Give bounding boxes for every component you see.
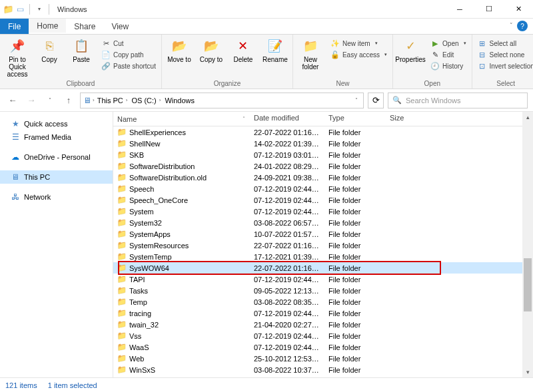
paste-shortcut-button[interactable]: 🔗Paste shortcut — [99, 61, 159, 71]
easy-access-button[interactable]: 🔓Easy access▾ — [328, 49, 390, 60]
pin-to-quick-access-button[interactable]: 📌 Pin to Quick access — [3, 36, 32, 78]
scroll-thumb[interactable] — [524, 258, 532, 311]
file-row[interactable]: 📁Speech07-12-2019 02:44 PMFile folder — [113, 183, 533, 194]
cut-button[interactable]: ✂Cut — [99, 38, 159, 49]
file-date: 24-09-2021 09:38 PM — [250, 174, 324, 182]
nav-onedrive[interactable]: ☁OneDrive - Personal — [0, 150, 113, 164]
properties-button[interactable]: ✓Properties — [396, 36, 425, 63]
nav-framed-media[interactable]: ☰Framed Media — [0, 130, 113, 144]
file-row[interactable]: ▣bfsvc.exe17-11-2021 10:06 PMApplication… — [113, 375, 533, 377]
file-row[interactable]: 📁SKB07-12-2019 03:01 PMFile folder — [113, 149, 533, 160]
recent-locations-button[interactable]: ˅ — [43, 93, 57, 108]
scroll-up-icon[interactable]: ▴ — [522, 112, 533, 122]
nav-this-pc[interactable]: 🖥This PC — [0, 170, 113, 184]
file-row[interactable]: 📁SystemTemp17-12-2021 01:39 PMFile folde… — [113, 251, 533, 262]
search-box[interactable]: 🔍 Search Windows — [388, 93, 528, 108]
folder-icon: 📁 — [117, 365, 127, 375]
file-name: Speech — [129, 185, 154, 193]
nav-quick-access[interactable]: ★Quick access — [0, 117, 113, 130]
file-row[interactable]: 📁SystemApps10-07-2022 01:57 PMFile folde… — [113, 228, 533, 240]
file-row[interactable]: 📁SoftwareDistribution24-01-2022 08:29 PM… — [113, 160, 533, 172]
copy-button[interactable]: ⎘ Copy — [35, 36, 64, 63]
file-date: 07-12-2019 02:44 PM — [250, 208, 324, 216]
tab-view[interactable]: View — [103, 19, 137, 34]
column-header: Name˄ Date modified Type Size — [113, 112, 533, 126]
ribbon-group-open: ✓Properties ▶Open▾ ✎Edit 🕘History Open — [393, 35, 472, 89]
edit-button[interactable]: ✎Edit — [428, 49, 468, 60]
breadcrumb[interactable]: 🖥 › This PC› OS (C:)› Windows ˅ — [80, 93, 364, 108]
file-row[interactable]: 📁ShellExperiences22-07-2022 01:16 PMFile… — [113, 126, 533, 138]
file-row[interactable]: 📁Web25-10-2012 12:53 AMFile folder — [113, 353, 533, 364]
file-date: 07-12-2019 03:01 PM — [250, 151, 324, 159]
back-button[interactable]: ← — [5, 93, 20, 108]
col-type[interactable]: Type — [324, 112, 386, 126]
paste-button[interactable]: 📋 Paste — [67, 36, 96, 63]
file-row[interactable]: 📁TAPI07-12-2019 02:44 PMFile folder — [113, 274, 533, 285]
tab-share[interactable]: Share — [66, 19, 103, 34]
folder-icon: 📁 — [117, 275, 127, 284]
invert-selection-button[interactable]: ⊡Invert selection — [475, 61, 533, 71]
scroll-down-icon[interactable]: ▾ — [522, 367, 533, 377]
help-icon[interactable]: ? — [517, 21, 528, 31]
file-row[interactable]: 📁twain_3221-04-2020 02:27 AMFile folder — [113, 319, 533, 330]
minimize-button[interactable]: ─ — [445, 0, 474, 19]
maximize-button[interactable]: ☐ — [474, 0, 504, 19]
col-size[interactable]: Size — [386, 112, 439, 126]
folder-icon: 📁 — [117, 162, 127, 171]
forward-button[interactable]: → — [24, 93, 39, 108]
delete-button[interactable]: ✕Delete — [229, 36, 258, 63]
ribbon-collapse-icon[interactable]: ˅ — [510, 22, 513, 29]
file-name: SoftwareDistribution.old — [129, 174, 207, 182]
col-name[interactable]: Name˄ — [113, 112, 250, 126]
file-row[interactable]: 📁WinSxS03-08-2022 10:37 AMFile folder — [113, 364, 533, 375]
breadcrumb-seg-0[interactable]: This PC› — [96, 97, 129, 104]
tab-home[interactable]: Home — [29, 19, 66, 34]
file-type: File folder — [324, 242, 386, 250]
file-row[interactable]: 📁Tasks09-05-2022 12:13 PMFile folder — [113, 285, 533, 296]
paste-shortcut-icon: 🔗 — [101, 61, 111, 71]
qat-properties-icon[interactable]: ▭ — [15, 4, 25, 15]
breadcrumb-seg-1[interactable]: OS (C:)› — [130, 97, 162, 104]
file-date: 17-12-2021 01:39 PM — [250, 253, 324, 261]
new-item-button[interactable]: ✨New item▾ — [328, 38, 390, 49]
file-row[interactable]: 📁SoftwareDistribution.old24-09-2021 09:3… — [113, 172, 533, 183]
nav-network[interactable]: 🖧Network — [0, 190, 113, 204]
folder-icon: 📁 — [117, 139, 127, 148]
breadcrumb-seg-2[interactable]: Windows — [163, 97, 196, 104]
up-button[interactable]: ↑ — [61, 93, 76, 108]
search-icon: 🔍 — [392, 96, 402, 104]
copy-to-button[interactable]: 📂Copy to — [197, 36, 226, 63]
file-row[interactable]: 📁tracing07-12-2019 02:44 PMFile folder — [113, 307, 533, 319]
file-date: 09-05-2022 12:13 PM — [250, 287, 324, 295]
file-row[interactable]: 📁Vss07-12-2019 02:44 PMFile folder — [113, 330, 533, 341]
history-button[interactable]: 🕘History — [428, 61, 468, 71]
tab-file[interactable]: File — [0, 19, 29, 34]
file-row[interactable]: 📁Speech_OneCore07-12-2019 02:44 PMFile f… — [113, 194, 533, 206]
move-to-button[interactable]: 📂Move to — [165, 36, 194, 63]
file-name: ShellExperiences — [129, 128, 186, 136]
folder-icon: 📁 — [117, 207, 127, 216]
refresh-button[interactable]: ⟳ — [368, 93, 384, 108]
close-button[interactable]: ✕ — [504, 0, 533, 19]
rename-button[interactable]: 📝Rename — [261, 36, 290, 63]
open-button[interactable]: ▶Open▾ — [428, 38, 468, 49]
select-none-button[interactable]: ⊟Select none — [475, 49, 533, 60]
col-date[interactable]: Date modified — [250, 112, 324, 126]
file-row[interactable]: 📁System3203-08-2022 06:57 PMFile folder — [113, 217, 533, 228]
file-row[interactable]: 📁ShellNew14-02-2022 01:39 PMFile folder — [113, 138, 533, 149]
network-icon: 🖧 — [11, 192, 20, 202]
copy-path-button[interactable]: 📄Copy path — [99, 49, 159, 60]
file-size: 80 KB — [386, 377, 439, 378]
file-type: File folder — [324, 208, 386, 216]
new-folder-button[interactable]: 📁New folder — [296, 36, 325, 71]
vertical-scrollbar[interactable]: ▴ ▾ — [522, 112, 533, 377]
file-row[interactable]: 📁WaaS07-12-2019 02:44 PMFile folder — [113, 341, 533, 353]
file-row[interactable]: 📁SystemResources22-07-2022 01:16 PMFile … — [113, 240, 533, 251]
file-row[interactable]: 📁System07-12-2019 02:44 PMFile folder — [113, 206, 533, 217]
qat-dropdown-icon[interactable]: ▾ — [34, 4, 45, 15]
pin-icon: 📌 — [9, 39, 25, 55]
select-all-button[interactable]: ⊞Select all — [475, 38, 533, 49]
breadcrumb-dropdown-icon[interactable]: ˅ — [355, 97, 360, 103]
file-row[interactable]: 📁SysWOW6422-07-2022 01:16 PMFile folder — [113, 262, 533, 274]
file-row[interactable]: 📁Temp03-08-2022 08:35 PMFile folder — [113, 296, 533, 307]
